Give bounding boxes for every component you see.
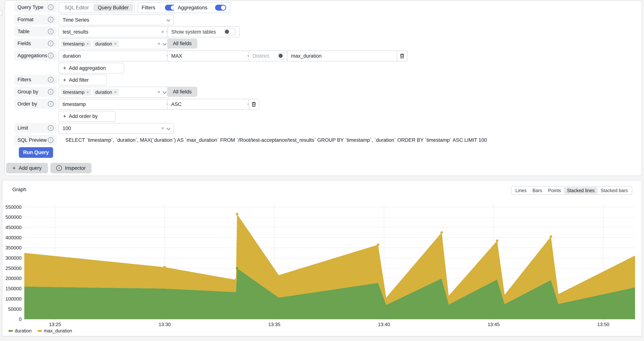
- svg-text:450000: 450000: [6, 225, 22, 230]
- info-icon[interactable]: i: [48, 17, 54, 22]
- group-by-label-box: Group by i: [14, 87, 57, 97]
- aggregations-toggle[interactable]: [215, 5, 226, 11]
- order-by-label: Order by: [18, 101, 37, 107]
- tab-sql-editor[interactable]: SQL Editor: [60, 4, 93, 11]
- group-by-label: Group by: [18, 89, 38, 95]
- duration-swatch-icon: [8, 330, 13, 332]
- aggregation-column-select[interactable]: duration: [58, 51, 174, 61]
- group-by-tag: timestamp ×: [61, 89, 91, 96]
- sql-preview-label: SQL Preview: [18, 137, 47, 143]
- tab-query-builder[interactable]: Query Builder: [93, 4, 133, 11]
- svg-text:500000: 500000: [6, 214, 22, 220]
- remove-tag-icon[interactable]: ×: [114, 41, 117, 47]
- svg-text:400000: 400000: [6, 235, 22, 240]
- aggregation-function-select[interactable]: MAX: [167, 51, 255, 61]
- info-icon[interactable]: i: [48, 89, 54, 95]
- svg-text:13:35: 13:35: [268, 321, 280, 327]
- svg-text:250000: 250000: [6, 265, 22, 271]
- add-order-by-button[interactable]: + Add order by: [58, 111, 116, 122]
- group-by-tag: duration ×: [93, 89, 119, 96]
- svg-text:0: 0: [19, 316, 22, 322]
- svg-text:550000: 550000: [6, 204, 22, 210]
- inspector-icon: i: [56, 165, 62, 171]
- remove-tag-icon[interactable]: ×: [114, 90, 117, 95]
- order-by-direction-select[interactable]: ASC: [167, 99, 255, 110]
- clear-icon[interactable]: ×: [158, 39, 160, 49]
- svg-text:50000: 50000: [8, 306, 22, 312]
- info-icon[interactable]: i: [48, 29, 54, 34]
- info-icon[interactable]: i: [48, 125, 54, 131]
- inspector-button[interactable]: i Inspector: [50, 163, 92, 173]
- order-by-direction-value: ASC: [171, 102, 182, 107]
- legend-item-duration[interactable]: duration: [8, 328, 32, 333]
- panel-edge-artifact: [0, 10, 3, 16]
- aggregation-function-value: MAX: [171, 53, 182, 59]
- legend-item-max-duration[interactable]: max_duration: [38, 328, 72, 333]
- fields-multiselect[interactable]: timestamp × duration × ×: [58, 39, 170, 49]
- info-icon[interactable]: i: [48, 5, 54, 10]
- limit-select[interactable]: 100 ×: [58, 123, 174, 134]
- fields-all-fields-button[interactable]: All fields: [167, 39, 197, 49]
- info-icon[interactable]: i: [48, 101, 54, 107]
- trash-icon: [400, 53, 404, 59]
- limit-label-box: Limit i: [14, 123, 57, 133]
- info-icon[interactable]: i: [48, 77, 54, 83]
- group-by-multiselect[interactable]: timestamp × duration × ×: [58, 87, 170, 98]
- format-select[interactable]: Time Series: [58, 15, 174, 25]
- field-tag: timestamp ×: [61, 41, 91, 47]
- limit-value: 100: [62, 126, 71, 131]
- svg-text:13:40: 13:40: [378, 321, 390, 327]
- graph-panel: Graph Lines Bars Points Stacked lines St…: [2, 180, 642, 336]
- chart-legend: duration max_duration: [8, 328, 72, 333]
- aggregation-column-value: duration: [62, 53, 81, 59]
- chevron-down-icon: [166, 18, 170, 22]
- aggregation-alias-input[interactable]: max_duration: [287, 51, 403, 61]
- add-filter-button[interactable]: + Add filter: [58, 75, 107, 85]
- clear-icon[interactable]: ×: [161, 123, 164, 133]
- chart-plot-area[interactable]: 0500001000001500002000002500003000003500…: [2, 180, 642, 337]
- aggregations-toggle-box: Aggregations: [174, 2, 230, 13]
- plus-icon: +: [63, 113, 66, 119]
- group-by-all-fields-button[interactable]: All fields: [167, 87, 197, 97]
- aggregations-toggle-label: Aggregations: [178, 5, 208, 11]
- table-label-box: Table i: [14, 27, 57, 37]
- fields-label: Fields: [18, 41, 31, 47]
- info-icon[interactable]: i: [48, 53, 54, 58]
- filters-label-box: Filters i: [14, 75, 57, 85]
- delete-aggregation-button[interactable]: [397, 51, 408, 61]
- order-by-column-select[interactable]: timestamp: [58, 99, 174, 110]
- delete-order-by-button[interactable]: [248, 99, 259, 110]
- distinct-toggle-box: Distinct: [248, 51, 294, 61]
- plus-icon: +: [63, 65, 66, 71]
- remove-tag-icon[interactable]: ×: [86, 90, 89, 95]
- aggregations-label-box: Aggregations i: [14, 51, 57, 61]
- field-tag: duration ×: [93, 41, 119, 47]
- distinct-label: Distinct: [252, 53, 269, 59]
- run-query-button[interactable]: Run Query: [19, 147, 53, 158]
- chevron-down-icon: [163, 42, 166, 46]
- svg-text:300000: 300000: [6, 255, 22, 261]
- filters-label: Filters: [18, 77, 31, 83]
- remove-tag-icon[interactable]: ×: [86, 41, 89, 47]
- clear-icon[interactable]: ×: [158, 87, 160, 97]
- plus-icon: +: [63, 77, 66, 83]
- info-icon[interactable]: i: [48, 41, 54, 46]
- fields-label-box: Fields i: [14, 39, 57, 49]
- query-type-label-box: Query Type i: [14, 2, 57, 12]
- filters-toggle-label: Filters: [142, 5, 156, 11]
- query-type-label: Query Type: [18, 5, 44, 10]
- add-aggregation-button[interactable]: + Add aggregation: [58, 63, 124, 74]
- add-query-button[interactable]: + Add query: [6, 163, 48, 173]
- info-icon[interactable]: i: [48, 137, 54, 143]
- order-by-column-value: timestamp: [62, 102, 86, 107]
- svg-text:13:50: 13:50: [597, 321, 609, 327]
- show-system-tables-toggle[interactable]: [224, 29, 236, 35]
- table-select[interactable]: test_results ×: [58, 27, 174, 37]
- query-type-segmented: SQL Editor Query Builder: [58, 2, 134, 13]
- order-by-label-box: Order by i: [14, 99, 57, 109]
- clear-icon[interactable]: ×: [161, 27, 164, 37]
- plus-icon: +: [12, 165, 16, 171]
- svg-text:350000: 350000: [6, 245, 22, 250]
- svg-text:13:30: 13:30: [158, 321, 171, 327]
- format-label-box: Format i: [14, 15, 57, 25]
